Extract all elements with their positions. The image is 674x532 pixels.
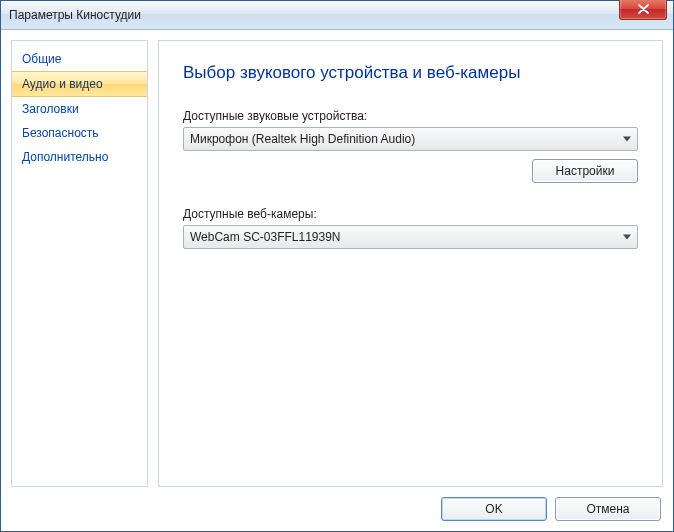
- sidebar-item-advanced[interactable]: Дополнительно: [12, 145, 147, 169]
- sidebar-item-label: Заголовки: [22, 102, 79, 116]
- audio-device-selected: Микрофон (Realtek High Definition Audio): [190, 132, 415, 146]
- audio-devices-label: Доступные звуковые устройства:: [183, 109, 638, 123]
- sidebar-item-label: Дополнительно: [22, 150, 108, 164]
- main-panel: Выбор звукового устройства и веб-камеры …: [158, 40, 663, 487]
- sidebar-item-security[interactable]: Безопасность: [12, 121, 147, 145]
- webcam-devices-label: Доступные веб-камеры:: [183, 207, 638, 221]
- audio-device-select[interactable]: Микрофон (Realtek High Definition Audio): [183, 127, 638, 151]
- webcam-device-selected: WebCam SC-03FFL11939N: [190, 230, 341, 244]
- page-title: Выбор звукового устройства и веб-камеры: [183, 63, 638, 83]
- titlebar: Параметры Киностудии: [1, 1, 673, 30]
- cancel-button[interactable]: Отмена: [555, 497, 661, 521]
- chevron-down-icon: [623, 137, 631, 142]
- sidebar-item-audio-video[interactable]: Аудио и видео: [12, 71, 147, 97]
- body: Общие Аудио и видео Заголовки Безопаснос…: [1, 30, 673, 487]
- sidebar-item-label: Аудио и видео: [22, 77, 103, 91]
- webcam-device-select[interactable]: WebCam SC-03FFL11939N: [183, 225, 638, 249]
- close-icon: [638, 4, 649, 14]
- cancel-button-label: Отмена: [586, 502, 629, 516]
- audio-settings-button[interactable]: Настройки: [532, 159, 638, 183]
- close-button[interactable]: [619, 0, 667, 20]
- chevron-down-icon: [623, 235, 631, 240]
- settings-window: Параметры Киностудии Общие Аудио и видео…: [0, 0, 674, 532]
- audio-settings-button-label: Настройки: [556, 164, 615, 178]
- window-title: Параметры Киностудии: [9, 8, 141, 22]
- sidebar-item-headers[interactable]: Заголовки: [12, 97, 147, 121]
- ok-button[interactable]: OK: [441, 497, 547, 521]
- sidebar-item-label: Безопасность: [22, 126, 99, 140]
- sidebar: Общие Аудио и видео Заголовки Безопаснос…: [11, 40, 148, 487]
- dialog-footer: OK Отмена: [1, 487, 673, 531]
- sidebar-item-label: Общие: [22, 52, 61, 66]
- sidebar-item-general[interactable]: Общие: [12, 47, 147, 71]
- ok-button-label: OK: [485, 502, 502, 516]
